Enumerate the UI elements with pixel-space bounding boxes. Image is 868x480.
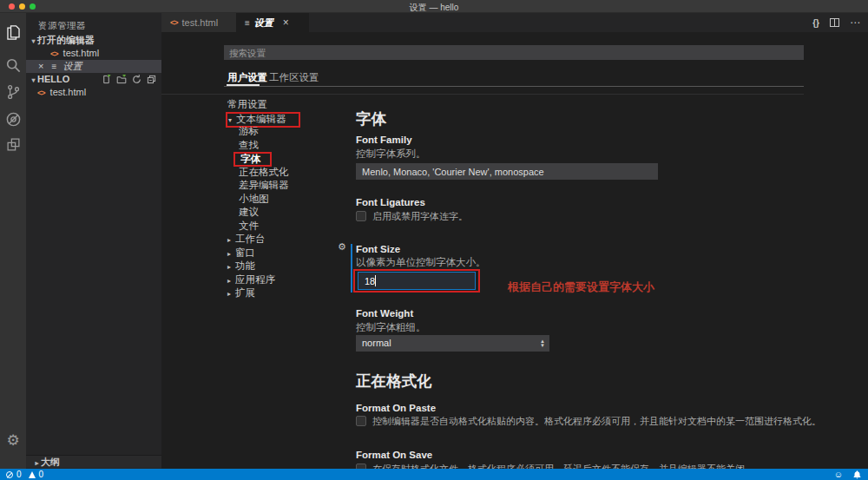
close-icon[interactable]: × bbox=[38, 61, 43, 71]
new-folder-icon[interactable] bbox=[116, 75, 127, 84]
setting-name-font-weight: Font Weight bbox=[356, 308, 413, 319]
toc-item-workbench[interactable]: ▸工作台 bbox=[224, 233, 354, 247]
activity-bar: ⚙ bbox=[0, 13, 26, 469]
status-bar: 0 0 ☺ bbox=[0, 469, 868, 480]
manage-gear-icon[interactable]: ⚙ bbox=[0, 431, 26, 450]
chevron-right-icon: ▸ bbox=[33, 457, 41, 470]
code-file-icon: <> bbox=[37, 89, 45, 97]
status-right: ☺ bbox=[834, 469, 861, 480]
collapse-all-icon[interactable] bbox=[147, 75, 156, 84]
open-settings-json-icon[interactable]: {} bbox=[812, 18, 819, 28]
settings-file-icon: ≡ bbox=[245, 18, 250, 28]
toc-item-extensions[interactable]: ▸扩展 bbox=[224, 286, 354, 300]
font-weight-value: normal bbox=[362, 338, 391, 348]
open-editor-item-settings[interactable]: × ≡ 设置 bbox=[26, 60, 161, 73]
tab-bar: <> test.html ≡ 设置 × {} ⋯ bbox=[161, 13, 868, 32]
format-on-paste-checkbox[interactable] bbox=[356, 416, 366, 426]
setting-desc-format-on-save: 在保存时格式化文件。格式化程序必须可用，延迟后文件不能保存，并且编辑器不能关闭。 bbox=[372, 463, 754, 469]
extensions-icon[interactable] bbox=[0, 131, 26, 157]
open-editor-item-testhtml[interactable]: <> test.html bbox=[26, 47, 161, 60]
toc-item-application[interactable]: ▸应用程序 bbox=[224, 273, 354, 287]
outline-section[interactable]: ▸大纲 bbox=[26, 455, 161, 468]
section-heading-font: 字体 bbox=[356, 108, 386, 129]
toc-item-minimap[interactable]: 小地图 bbox=[224, 193, 354, 207]
toc-item-diff-editor[interactable]: 差异编辑器 bbox=[224, 179, 354, 193]
settings-file-icon: ≡ bbox=[52, 62, 57, 71]
gear-icon[interactable]: ⚙ bbox=[338, 241, 346, 253]
chevron-down-icon: ▾ bbox=[30, 74, 37, 87]
section-heading-formatting: 正在格式化 bbox=[356, 371, 432, 391]
title-bar: 设置 — hello bbox=[0, 0, 868, 13]
toc-item-text-editor[interactable]: ▾文本编辑器 bbox=[224, 112, 354, 126]
file-item-testhtml[interactable]: <> test.html bbox=[26, 86, 161, 99]
search-icon[interactable] bbox=[0, 52, 26, 78]
explorer-sidebar: 资源管理器 ▾打开的编辑器 <> test.html × ≡ 设置 ▾HELLO… bbox=[26, 13, 161, 469]
chevron-right-icon: ▸ bbox=[227, 247, 235, 261]
text-caret bbox=[375, 275, 376, 286]
feedback-smiley-icon[interactable]: ☺ bbox=[834, 470, 843, 479]
problems-status[interactable]: 0 0 bbox=[6, 469, 43, 480]
warnings-icon bbox=[29, 471, 36, 478]
modified-indicator bbox=[351, 244, 352, 293]
open-editors-label: 打开的编辑器 bbox=[37, 35, 95, 45]
font-ligatures-checkbox[interactable] bbox=[356, 211, 366, 221]
annotation-box: 字体 bbox=[233, 152, 272, 167]
debug-icon[interactable] bbox=[0, 106, 26, 132]
sidebar-title: 资源管理器 bbox=[38, 20, 86, 32]
editor-actions: {} ⋯ bbox=[812, 13, 861, 32]
settings-editor: 用户设置 工作区设置 常用设置 ▾文本编辑器 游标 查找 字体 正在格式化 差异… bbox=[161, 32, 868, 469]
folder-section-hello[interactable]: ▾HELLO bbox=[26, 73, 161, 86]
toc-item-font[interactable]: 字体 bbox=[224, 152, 354, 166]
setting-name-font-ligatures: Font Ligatures bbox=[356, 197, 425, 207]
chevron-down-icon: ▾ bbox=[228, 115, 236, 126]
editor-area: <> test.html ≡ 设置 × {} ⋯ 用户设置 工作区设置 bbox=[161, 13, 868, 469]
split-editor-icon[interactable] bbox=[830, 18, 839, 27]
setting-desc-font-weight: 控制字体粗细。 bbox=[356, 321, 426, 334]
toc-item-features[interactable]: ▸功能 bbox=[224, 260, 354, 273]
outline-label: 大纲 bbox=[41, 457, 60, 467]
setting-name-font-family: Font Family bbox=[356, 135, 412, 145]
folder-label: HELLO bbox=[37, 74, 69, 84]
warning-count: 0 bbox=[39, 470, 44, 479]
tab-settings[interactable]: ≡ 设置 × bbox=[236, 13, 309, 32]
tab-label: 设置 bbox=[254, 16, 273, 30]
folder-actions bbox=[102, 73, 156, 86]
close-icon[interactable]: × bbox=[283, 16, 289, 29]
chevron-down-icon: ▾ bbox=[30, 35, 37, 48]
open-editor-label: 设置 bbox=[62, 61, 82, 71]
setting-desc-font-ligatures: 启用或禁用字体连字。 bbox=[372, 210, 468, 223]
toc-item-window[interactable]: ▸窗口 bbox=[224, 247, 354, 260]
toc-item-common[interactable]: 常用设置 bbox=[224, 98, 354, 112]
file-label: test.html bbox=[50, 87, 87, 97]
open-editor-label: test.html bbox=[63, 48, 100, 58]
window-title: 设置 — hello bbox=[0, 2, 868, 14]
new-file-icon[interactable] bbox=[102, 75, 111, 84]
refresh-icon[interactable] bbox=[132, 75, 141, 84]
chevron-right-icon: ▸ bbox=[227, 274, 235, 288]
toc-item-formatting[interactable]: 正在格式化 bbox=[224, 166, 354, 180]
open-editors-section[interactable]: ▾打开的编辑器 bbox=[26, 34, 161, 47]
chevron-right-icon: ▸ bbox=[227, 260, 235, 274]
setting-desc-format-on-paste: 控制编辑器是否自动格式化粘贴的内容。格式化程序必须可用，并且能针对文档中的某一范… bbox=[372, 415, 821, 428]
chevron-right-icon: ▸ bbox=[227, 233, 235, 247]
tab-workspace-settings[interactable]: 工作区设置 bbox=[269, 71, 319, 84]
setting-desc-font-family: 控制字体系列。 bbox=[356, 148, 426, 161]
annotation-box: ▾文本编辑器 bbox=[226, 112, 300, 128]
tab-testhtml[interactable]: <> test.html bbox=[161, 13, 236, 32]
more-actions-icon[interactable]: ⋯ bbox=[850, 16, 861, 29]
toc-item-suggestions[interactable]: 建议 bbox=[224, 206, 354, 220]
font-family-input[interactable] bbox=[356, 163, 658, 180]
toc-item-files[interactable]: 文件 bbox=[224, 220, 354, 233]
font-weight-select[interactable]: normal ▲▼ bbox=[356, 335, 549, 352]
settings-list: 字体 Font Family 控制字体系列。 Font Ligatures 启用… bbox=[356, 32, 842, 469]
settings-toc: 常用设置 ▾文本编辑器 游标 查找 字体 正在格式化 差异编辑器 小地图 建议 … bbox=[224, 98, 354, 300]
source-control-icon[interactable] bbox=[0, 79, 26, 105]
tab-label: test.html bbox=[182, 17, 219, 28]
notifications-bell-icon[interactable] bbox=[853, 470, 861, 479]
annotation-note: 根据自己的需要设置字体大小 bbox=[508, 279, 654, 295]
explorer-icon[interactable] bbox=[0, 19, 26, 45]
toc-item-find[interactable]: 查找 bbox=[224, 139, 354, 153]
setting-row-font-ligatures: 启用或禁用字体连字。 bbox=[356, 210, 468, 223]
select-arrows-icon: ▲▼ bbox=[540, 335, 545, 352]
tab-user-settings[interactable]: 用户设置 bbox=[227, 71, 267, 84]
